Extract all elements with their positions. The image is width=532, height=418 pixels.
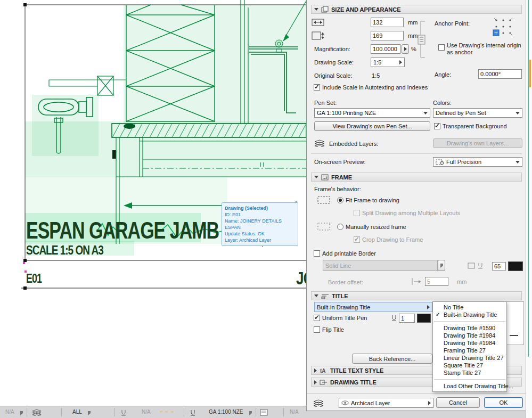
drawing-canvas[interactable]: ESPAN GARAGE JAMB SCALE 1:5 ON A3 E01 JO… bbox=[0, 0, 306, 406]
flyout-arrow-icon bbox=[427, 305, 430, 309]
add-border-label: Add printable Border bbox=[322, 250, 376, 257]
statusbar-arrow-icon[interactable] bbox=[88, 411, 91, 415]
section-header-frame[interactable]: FRAME bbox=[311, 173, 522, 182]
menu-item[interactable]: Drawing Title #1984 bbox=[433, 332, 506, 339]
tooltip-id: ID: E01 bbox=[225, 211, 295, 218]
statusbar-pen-set[interactable]: GA 1:100 NZE bbox=[209, 409, 243, 415]
menu-item[interactable]: Square Title 27 bbox=[433, 362, 506, 369]
colors-dropdown[interactable]: Defined by Pen Set bbox=[433, 108, 522, 118]
drawing-title-text: ESPAN GARAGE JAMB bbox=[26, 217, 219, 244]
drawing-scale-value: 1:5 bbox=[373, 59, 397, 65]
layer-dropdown[interactable]: Archicad Layer bbox=[339, 398, 433, 408]
full-precision-icon bbox=[436, 159, 444, 165]
add-border-checkbox[interactable] bbox=[314, 250, 320, 257]
divider bbox=[311, 153, 522, 154]
title-type-value: Built-in Drawing Title bbox=[317, 304, 425, 310]
include-scale-label: Include Scale in Autotexting and Indexes bbox=[322, 84, 428, 91]
anchor-point-selector[interactable] bbox=[492, 17, 513, 37]
frame-icon bbox=[321, 174, 329, 181]
original-scale-value: 1:5 bbox=[372, 72, 380, 79]
manual-frame-radio[interactable] bbox=[337, 224, 343, 230]
cancel-button[interactable]: Cancel bbox=[436, 397, 480, 408]
angle-input[interactable] bbox=[478, 69, 522, 79]
use-origin-checkbox[interactable] bbox=[438, 44, 445, 51]
magnification-input[interactable] bbox=[371, 44, 400, 54]
statusbar-arrow-icon[interactable] bbox=[20, 411, 23, 415]
ok-button[interactable]: OK bbox=[484, 397, 523, 408]
transparent-background-label: Transparent Background bbox=[443, 123, 507, 130]
tooltip-layer: Layer: Archicad Layer bbox=[225, 237, 295, 243]
document-icon[interactable] bbox=[260, 409, 268, 416]
title-pen-color-swatch[interactable] bbox=[417, 314, 431, 323]
preview-label: On-screen Preview: bbox=[314, 159, 366, 166]
title-preview-mark bbox=[510, 335, 518, 336]
layers-icon[interactable] bbox=[32, 409, 42, 416]
menu-item[interactable]: Drawing Title #1984 bbox=[433, 339, 506, 347]
width-input[interactable] bbox=[371, 18, 404, 27]
transparent-background-checkbox[interactable] bbox=[434, 123, 440, 129]
pen-set-icon[interactable] bbox=[190, 409, 196, 416]
frame-behavior-label: Frame's behavior: bbox=[314, 186, 361, 193]
drawing-scale-dropdown[interactable]: 1:5 bbox=[371, 58, 405, 67]
height-input[interactable] bbox=[371, 31, 404, 40]
section-header-size-appearance[interactable]: SIZE AND APPEARANCE bbox=[311, 5, 522, 14]
view-pen-set-button[interactable]: View Drawing's own Pen Set... bbox=[314, 121, 430, 131]
clipped-drawing-title: JO bbox=[296, 268, 306, 289]
section-title: FRAME bbox=[331, 174, 352, 181]
split-drawing-label: Split Drawing among Multiple Layouts bbox=[362, 210, 460, 217]
statusbar-arrow-icon[interactable] bbox=[249, 411, 252, 415]
layer-value: Archicad Layer bbox=[351, 400, 426, 406]
split-drawing-checkbox[interactable] bbox=[354, 210, 360, 216]
statusbar-layer-filter[interactable]: ALL bbox=[72, 409, 82, 415]
crop-drawing-label: Crop Drawing to Frame bbox=[362, 236, 423, 243]
drawing-height-icon bbox=[311, 31, 325, 40]
collapse-arrow-icon bbox=[314, 368, 317, 373]
border-line-flyout-button[interactable] bbox=[438, 260, 445, 271]
tooltip-name: Name: JOINERY DETAILS ESPAN bbox=[225, 218, 295, 231]
menu-item[interactable]: Linear Drawing Title 27 bbox=[433, 354, 506, 362]
menu-item[interactable]: ✓ Built-in Drawing Title bbox=[433, 311, 506, 318]
title-preview-box bbox=[505, 301, 524, 345]
border-pen-color-swatch[interactable] bbox=[508, 261, 523, 271]
pen-set-value: GA 1:100 Printing NZE bbox=[317, 110, 421, 116]
menu-item[interactable]: Drawing Title #1590 bbox=[433, 324, 506, 332]
back-reference-button[interactable]: Back Reference... bbox=[352, 354, 432, 364]
menu-item[interactable]: Load Other Drawing Title... bbox=[433, 382, 506, 390]
magnification-flyout-button[interactable] bbox=[402, 44, 409, 54]
border-offset-input[interactable] bbox=[425, 277, 448, 286]
statusbar-field-3[interactable]: N/A bbox=[290, 409, 299, 415]
own-layers-label: Drawing's own Layers... bbox=[447, 140, 509, 146]
menu-item[interactable]: Framing Title 27 bbox=[433, 347, 506, 354]
title-type-dropdown[interactable]: Built-in Drawing Title bbox=[314, 302, 432, 312]
keep-proportions-chain-icon[interactable] bbox=[416, 19, 428, 60]
statusbar-field-1[interactable]: N/A bbox=[5, 409, 14, 415]
size-appearance-icon bbox=[321, 6, 329, 13]
title-pen-input[interactable] bbox=[399, 314, 415, 323]
section-title: TITLE bbox=[332, 293, 348, 299]
section-header-title[interactable]: TITLE bbox=[311, 291, 522, 300]
dropdown-arrow-icon bbox=[515, 161, 520, 163]
crop-drawing-checkbox[interactable] bbox=[354, 236, 360, 243]
flip-title-checkbox[interactable] bbox=[314, 326, 320, 333]
magnification-label: Magnification: bbox=[314, 46, 350, 53]
statusbar-field-2[interactable]: N/A bbox=[142, 409, 151, 415]
pen-set-dropdown[interactable]: GA 1:100 Printing NZE bbox=[314, 108, 430, 118]
include-scale-checkbox[interactable] bbox=[314, 84, 320, 91]
border-pen-input[interactable] bbox=[492, 262, 506, 271]
fit-frame-radio[interactable] bbox=[337, 197, 343, 203]
drawing-title-icon bbox=[320, 379, 328, 386]
embedded-layers-label: Embedded Layers: bbox=[329, 141, 378, 147]
menu-item[interactable]: Stamp Title 27 bbox=[433, 369, 506, 376]
statusbar-dashes: – – – bbox=[160, 409, 174, 415]
eye-icon bbox=[341, 400, 349, 405]
border-line-type-dropdown[interactable]: Solid Line bbox=[323, 260, 438, 271]
title-icon bbox=[321, 293, 329, 299]
uniform-title-pen-checkbox[interactable] bbox=[314, 315, 320, 321]
layer-icon bbox=[313, 399, 324, 407]
pen-icon[interactable] bbox=[120, 409, 127, 416]
preview-dropdown[interactable]: Full Precision bbox=[433, 157, 522, 167]
own-layers-button[interactable]: Drawing's own Layers... bbox=[433, 138, 522, 148]
menu-item[interactable]: No Title bbox=[433, 304, 506, 311]
colors-value: Defined by Pen Set bbox=[436, 110, 513, 116]
checkmark-icon: ✓ bbox=[436, 311, 440, 318]
